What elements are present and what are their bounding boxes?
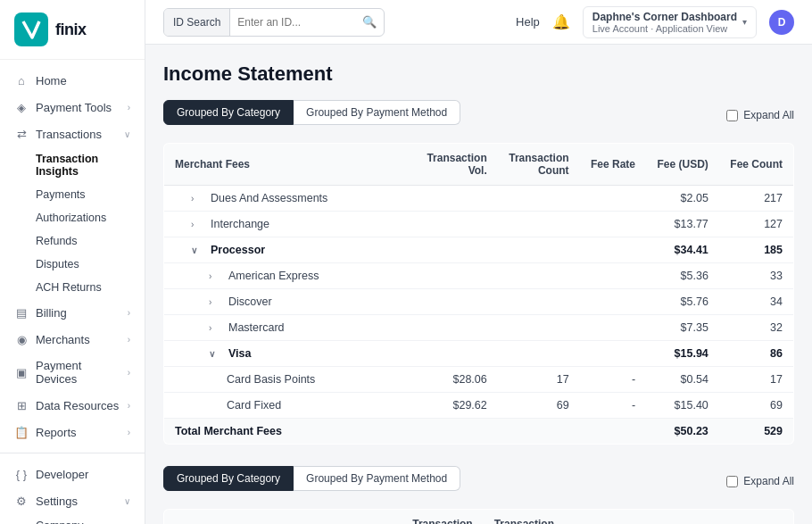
sidebar-item-data-resources[interactable]: ⊞ Data Resources › — [0, 392, 145, 419]
home-icon: ⌂ — [14, 73, 29, 87]
sidebar-item-authorizations[interactable]: Authorizations — [0, 206, 145, 229]
chevron-right-icon[interactable]: › — [209, 323, 223, 333]
finix-expand-checkbox[interactable] — [726, 476, 738, 487]
table-row: › Mastercard $7.35 32 — [164, 315, 794, 341]
sidebar-item-home[interactable]: ⌂ Home — [0, 67, 145, 94]
chevron-right-icon[interactable]: › — [191, 194, 205, 204]
table-row: ∨ Processor $34.41 185 — [164, 237, 794, 263]
finix-tab-group: Grouped By Category Grouped By Payment M… — [163, 466, 460, 491]
th-transaction-vol: TransactionVol. — [416, 144, 498, 186]
merchant-total-row: Total Merchant Fees $50.23 529 — [164, 419, 794, 445]
merchant-expand-row: Expand All — [726, 109, 794, 121]
th-cost-rate: Cost Rate — [565, 510, 636, 525]
chevron-down-icon[interactable]: ∨ — [191, 245, 205, 255]
table-row: › Interchange $13.77 127 — [164, 212, 794, 237]
sidebar-sub-label: ACH Returns — [36, 281, 102, 294]
chevron-down-icon[interactable]: ∨ — [209, 349, 223, 359]
devices-icon: ▣ — [14, 365, 29, 379]
finix-logo-icon — [14, 12, 48, 46]
sidebar-item-settings[interactable]: ⚙ Settings ∨ — [0, 487, 145, 514]
billing-icon: ▤ — [14, 305, 29, 320]
finix-table-header-row: Finix Costs TransactionVol. TransactionC… — [164, 510, 794, 525]
search-icon[interactable]: 🔍 — [355, 9, 384, 36]
sidebar-item-disputes[interactable]: Disputes — [0, 253, 145, 276]
page-title: Income Statement — [163, 62, 794, 86]
merchant-tab-payment-method[interactable]: Grouped By Payment Method — [294, 100, 460, 125]
sidebar-item-label: Data Resources — [36, 399, 119, 412]
account-sub: Live Account · Application View — [592, 23, 737, 34]
bell-icon[interactable]: 🔔 — [552, 13, 570, 30]
search-bar: ID Search 🔍 — [163, 8, 385, 37]
transactions-icon: ⇄ — [14, 127, 29, 141]
search-label: ID Search — [164, 9, 230, 36]
th-cost-count: Cost Count — [714, 510, 793, 525]
account-info: Daphne's Corner Dashboard Live Account ·… — [592, 11, 737, 34]
account-menu[interactable]: Daphne's Corner Dashboard Live Account ·… — [583, 6, 757, 38]
sidebar-sub-label: Authorizations — [36, 212, 106, 224]
chevron-down-icon: ∨ — [124, 129, 130, 139]
merchants-icon: ◉ — [14, 332, 29, 346]
avatar[interactable]: D — [769, 10, 794, 35]
reports-icon: 📋 — [14, 425, 29, 439]
chevron-right-icon[interactable]: › — [209, 271, 223, 281]
table-row: › American Express $5.36 33 — [164, 263, 794, 289]
finix-expand-row: Expand All — [726, 475, 794, 487]
chevron-right-icon: › — [128, 308, 130, 318]
th-fee-rate: Fee Rate — [580, 144, 646, 186]
logo: finix — [0, 0, 145, 60]
th-transaction-vol: TransactionVol. — [402, 510, 483, 525]
settings-icon: ⚙ — [14, 494, 29, 508]
data-icon: ⊞ — [14, 398, 29, 412]
sidebar-item-billing[interactable]: ▤ Billing › — [0, 299, 145, 326]
sidebar-item-payments[interactable]: Payments — [0, 183, 145, 206]
header: ID Search 🔍 Help 🔔 Daphne's Corner Dashb… — [145, 0, 812, 45]
sidebar-item-label: Home — [36, 74, 67, 87]
help-link[interactable]: Help — [516, 15, 540, 29]
sidebar-item-refunds[interactable]: Refunds — [0, 229, 145, 253]
header-right: Help 🔔 Daphne's Corner Dashboard Live Ac… — [516, 6, 794, 38]
sidebar-sub-label: Payments — [36, 188, 86, 201]
chevron-right-icon: › — [128, 401, 130, 411]
th-name: Finix Costs — [164, 510, 402, 525]
sidebar-item-payment-tools[interactable]: ◈ Payment Tools › — [0, 94, 145, 121]
sidebar-item-transactions[interactable]: ⇄ Transactions ∨ — [0, 121, 145, 147]
th-name: Merchant Fees — [164, 144, 416, 186]
finix-tab-payment-method[interactable]: Grouped By Payment Method — [294, 466, 460, 491]
finix-costs-table: Finix Costs TransactionVol. TransactionC… — [163, 509, 794, 524]
account-name: Daphne's Corner Dashboard — [592, 11, 737, 23]
merchant-fees-table: Merchant Fees TransactionVol. Transactio… — [163, 143, 794, 445]
chevron-right-icon: › — [128, 103, 130, 112]
sidebar-item-ach-returns[interactable]: ACH Returns — [0, 276, 145, 299]
sidebar-sub-label: Transaction Insights — [36, 153, 130, 178]
table-row: › Dues And Assessments $2.05 217 — [164, 186, 794, 212]
chevron-right-icon[interactable]: › — [209, 297, 223, 307]
chevron-right-icon[interactable]: › — [191, 220, 205, 229]
search-input[interactable] — [230, 9, 355, 36]
finix-costs-section: Grouped By Category Grouped By Payment M… — [163, 466, 794, 524]
sidebar-item-company[interactable]: Company — [0, 514, 145, 524]
sidebar-item-developer[interactable]: { } Developer — [0, 461, 145, 487]
th-fee-usd: Fee (USD) — [646, 144, 719, 186]
sidebar-item-payment-devices[interactable]: ▣ Payment Devices › — [0, 353, 145, 392]
table-row: ∨ Visa $15.94 86 — [164, 341, 794, 367]
finix-tab-category[interactable]: Grouped By Category — [163, 466, 294, 491]
merchant-tab-category[interactable]: Grouped By Category — [163, 100, 294, 125]
developer-icon: { } — [14, 467, 29, 481]
sidebar-item-label: Developer — [36, 468, 88, 481]
chevron-down-icon: ∨ — [124, 496, 130, 506]
sidebar-sub-label: Refunds — [36, 235, 78, 247]
sidebar-item-transaction-insights[interactable]: Transaction Insights — [0, 147, 145, 183]
merchant-fees-section: Grouped By Category Grouped By Payment M… — [163, 100, 794, 445]
chevron-down-icon: ▾ — [742, 17, 747, 27]
th-fee-count: Fee Count — [719, 144, 794, 186]
sidebar-item-label: Billing — [36, 306, 67, 320]
sidebar-bottom: { } Developer ⚙ Settings ∨ Company User — [0, 453, 145, 524]
sidebar-sub-label: Disputes — [36, 258, 79, 270]
sidebar-item-reports[interactable]: 📋 Reports › — [0, 419, 145, 445]
sidebar-sub-label: Company — [36, 520, 84, 524]
sidebar-item-label: Settings — [36, 495, 78, 508]
sidebar-item-merchants[interactable]: ◉ Merchants › — [0, 326, 145, 353]
nav: ⌂ Home ◈ Payment Tools › ⇄ Transactions … — [0, 60, 145, 453]
chevron-right-icon: › — [128, 335, 130, 345]
merchant-expand-checkbox[interactable] — [726, 110, 738, 121]
